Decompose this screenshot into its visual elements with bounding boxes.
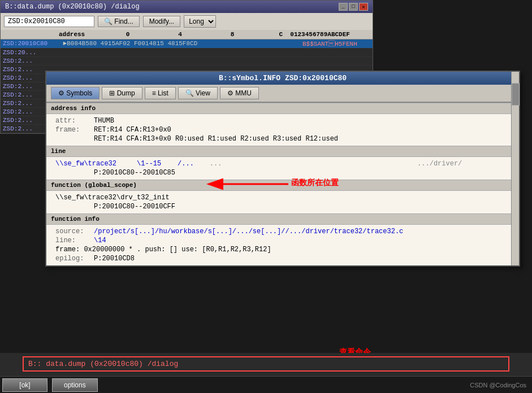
address-info-header: address info xyxy=(46,103,519,114)
frame-label: frame: xyxy=(55,126,89,134)
epilog-line: epilog: P:20010CD8 xyxy=(55,254,510,263)
nav-symbols-button[interactable]: ⚙ Symbols xyxy=(51,87,100,99)
nav-dump-button[interactable]: ⊞ Dump xyxy=(102,87,142,99)
source-value: /project/s[...]/hu/workbase/s[...]/.../s… xyxy=(94,228,403,235)
row-address: ZSD:20010C80 xyxy=(3,40,59,47)
data-dump-title: B::data.dump (0x20010c80) /dialog xyxy=(5,3,140,11)
table-row: ZSD:20... xyxy=(1,49,373,57)
line-info-block: \\se_fw\trace32 \1--15 /... ... .../driv… xyxy=(46,157,519,180)
function-scope-range: P:20010C80--20010CFF xyxy=(94,203,175,211)
function-scope-range-spacer xyxy=(55,203,89,211)
maximize-btn[interactable]: □ xyxy=(349,3,358,11)
line-range-spacer xyxy=(55,169,89,177)
frame-detail-spacer xyxy=(55,135,89,143)
symbol-dialog-titlebar: B::sYmbol.INFO ZSD:0x20010C80 xyxy=(46,72,519,85)
find-button[interactable]: 🔍 Find... xyxy=(98,16,140,27)
line-path-line: \\se_fw\trace32 \1--15 /... ... .../driv… xyxy=(55,159,510,168)
frame-info-line: frame: 0x20000000 * . push: [] use: [R0,… xyxy=(55,245,510,254)
options-button[interactable]: options xyxy=(52,378,98,392)
bottom-section: B:: data.dump (0x20010c80) /dialog [ok] … xyxy=(0,353,532,393)
function-scope-header: function (global_scope) xyxy=(46,180,519,191)
line-path-value: \\se_fw\trace32 \1--15 /... xyxy=(55,160,194,168)
table-row: ZSD:2... xyxy=(1,57,373,66)
symbol-dialog-title: B::sYmbol.INFO ZSD:0x20010C80 xyxy=(219,74,347,82)
row-values xyxy=(59,49,370,56)
function-info-header: function info xyxy=(46,213,519,225)
attr-label: attr: xyxy=(55,117,89,125)
status-bar: [ok] options CSDN @CodingCos xyxy=(0,376,532,393)
row-address: ZSD:20... xyxy=(3,49,59,56)
function-scope-block: \\se_fw\trace32\drv_t32_init P:20010C80-… xyxy=(46,191,519,213)
function-scope-name-line: \\se_fw\trace32\drv_t32_init xyxy=(55,193,510,202)
line-section-header: line xyxy=(46,146,519,157)
source-line: source: /project/s[...]/hu/workbase/s[..… xyxy=(55,227,510,236)
symbol-info-dialog: B::sYmbol.INFO ZSD:0x20010C80 ⚙ Symbols … xyxy=(45,71,520,267)
frame-info-value: frame: 0x20000000 * . push: [] use: [R0,… xyxy=(55,246,271,254)
attr-value: THUMB xyxy=(94,117,114,125)
command-text: B:: data.dump (0x20010c80) /dialog xyxy=(28,360,178,368)
nav-mmu-button[interactable]: ⚙ MMU xyxy=(220,87,259,99)
close-btn[interactable]: ✕ xyxy=(359,3,368,11)
function-scope-range-line: P:20010C80--20010CFF xyxy=(55,202,510,211)
line-ellipsis: ... .../driver/ xyxy=(210,160,462,168)
frame-line: frame: RET:R14 CFA:R13+0x0 xyxy=(55,125,510,134)
nav-view-button[interactable]: 🔍 View xyxy=(178,87,218,99)
line-num-value: \14 xyxy=(94,237,106,244)
address-info-block: attr: THUMB frame: RET:R14 CFA:R13+0x0 R… xyxy=(46,114,519,146)
command-bar: B:: data.dump (0x20010c80) /dialog xyxy=(23,356,509,372)
symbol-content: address info attr: THUMB frame: RET:R14 … xyxy=(46,103,519,265)
function-info-block: source: /project/s[...]/hu/workbase/s[..… xyxy=(46,225,519,265)
function-scope-name: \\se_fw\trace32\drv_t32_init xyxy=(55,194,170,202)
window-controls: _ □ ✕ xyxy=(339,3,368,11)
epilog-label: epilog: xyxy=(55,255,89,263)
frame-detail-value: RET:R14 CFA:R13+0x0 R0:used R1:used R2:u… xyxy=(94,135,338,143)
modify-button[interactable]: Modify... xyxy=(143,16,180,27)
line-num-label: line: xyxy=(55,237,89,244)
toolbar: 🔍 Find... Modify... Long xyxy=(1,13,373,30)
table-row: ZSD:20010C80 ►B084B580 4915AF02 F0014815… xyxy=(1,40,373,49)
source-label: source: xyxy=(55,228,89,235)
line-range-value: P:20010C80--20010C85 xyxy=(94,169,175,177)
frame-detail-line: RET:R14 CFA:R13+0x0 R0:used R1:used R2:u… xyxy=(55,134,510,143)
row-values: ►B084B580 4915AF02 F0014815 4815F8CD xyxy=(59,40,302,47)
credit-text: CSDN @CodingCos xyxy=(470,382,526,388)
line-range-line: P:20010C80--20010C85 xyxy=(55,168,510,177)
command-area: B:: data.dump (0x20010c80) /dialog xyxy=(0,353,532,376)
ok-button[interactable]: [ok] xyxy=(2,378,47,392)
frame-value: RET:R14 CFA:R13+0x0 xyxy=(94,126,171,134)
row-address: ZSD:2... xyxy=(3,58,59,64)
nav-list-button[interactable]: ≡ List xyxy=(145,87,176,99)
minimize-btn[interactable]: _ xyxy=(339,3,348,11)
scrollbar[interactable] xyxy=(511,72,519,265)
row-ascii: B$$SANT H5FENH xyxy=(302,40,370,47)
line-num-line: line: \14 xyxy=(55,236,510,245)
location-annotation: 函数所在位置 xyxy=(291,178,339,188)
data-dump-titlebar: B::data.dump (0x20010c80) /dialog _ □ ✕ xyxy=(1,1,373,13)
epilog-value: P:20010CD8 xyxy=(94,255,135,263)
scrollbar-thumb[interactable] xyxy=(512,83,520,106)
type-select[interactable]: Long xyxy=(184,15,216,28)
attr-line: attr: THUMB xyxy=(55,116,510,125)
data-table-header: address 0 4 8 C 0123456789ABCDEF xyxy=(1,30,373,40)
address-input[interactable] xyxy=(4,16,94,27)
symbol-nav-bar: ⚙ Symbols ⊞ Dump ≡ List 🔍 View ⚙ MMU xyxy=(46,85,519,103)
